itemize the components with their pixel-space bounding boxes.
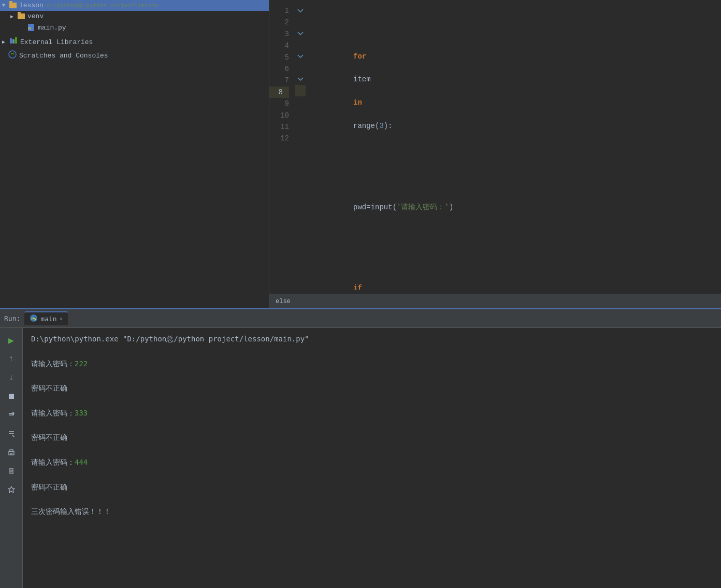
sidebar-item-mainpy[interactable]: py main.py [0, 22, 269, 33]
console-line-5: 请输入密码：444 [31, 456, 713, 469]
sidebar-item-extlibs[interactable]: ▶ External Libraries [0, 35, 269, 49]
run-toolbar: ▶ ↑ ↓ [0, 328, 23, 588]
svg-text:py: py [28, 26, 32, 30]
arrow-icon-venv: ▶ [10, 13, 17, 20]
kw-for: for [353, 52, 366, 61]
console-line-4: 密码不正确 [31, 432, 713, 444]
ln-2: 2 [269, 17, 289, 28]
gutter-7 [295, 74, 306, 85]
folder-icon-venv [18, 13, 25, 19]
arrow-icon-extlibs: ▶ [2, 39, 8, 45]
venv-label: venv [27, 12, 44, 20]
ln-7: 7 [269, 75, 289, 86]
run-header: Run: Py main × [0, 309, 721, 328]
ln-9: 9 [269, 98, 289, 109]
breadcrumb-bar: else [269, 294, 721, 308]
sidebar-item-venv[interactable]: ▶ venv [0, 11, 269, 22]
ln-12: 12 [269, 133, 289, 144]
ln-8: 8 [269, 87, 289, 98]
run-stop-button[interactable] [3, 388, 20, 405]
run-tab-main[interactable]: Py main × [24, 311, 68, 325]
scratches-label: Scratches and Consoles [19, 52, 108, 60]
console-output: D:\python\python.exe "D:/python总/python … [23, 328, 721, 588]
lesson-path: D:\python总\python project\lesson [47, 2, 158, 9]
run-play-button[interactable]: ▶ [3, 332, 20, 349]
sidebar-item-scratches[interactable]: Scratches and Consoles [0, 49, 269, 62]
console-line-3: 请输入密码：333 [31, 407, 713, 420]
fn-input: input [371, 203, 393, 211]
svg-rect-8 [9, 394, 14, 399]
main-area: ▼ lesson D:\python总\python project\lesso… [0, 0, 721, 308]
run-panel: Run: Py main × ▶ ↑ ↓ [0, 308, 721, 588]
folder-icon-lesson [9, 3, 17, 8]
gutter-8 [295, 85, 306, 96]
file-icon-main: py [27, 23, 35, 32]
gutter-11 [295, 119, 306, 131]
mainpy-label: main.py [38, 24, 66, 32]
run-rerun-button[interactable] [3, 407, 20, 423]
run-tab-close[interactable]: × [60, 315, 63, 322]
console-line-cmd: D:\python\python.exe "D:/python总/python … [31, 333, 713, 346]
run-label: Run: [4, 314, 20, 322]
gutter-5 [295, 51, 306, 62]
fold-icon-5 [297, 53, 304, 60]
ln-4: 4 [269, 40, 289, 51]
gutter-3 [295, 28, 306, 39]
run-print-button[interactable] [3, 444, 20, 461]
python-tab-icon: Py [30, 314, 38, 324]
svg-rect-14 [10, 450, 13, 452]
svg-rect-2 [10, 38, 12, 44]
ln-10: 10 [269, 110, 289, 121]
ln-5: 5 [269, 52, 289, 63]
gutter-4 [295, 39, 306, 51]
gutter [295, 4, 306, 290]
run-delete-button[interactable] [3, 463, 20, 479]
run-pin-button[interactable] [3, 481, 20, 498]
sidebar-item-lesson[interactable]: ▼ lesson D:\python总\python project\lesso… [0, 0, 269, 11]
code-lines[interactable]: for item in range(3): pwd=input('请输入密码：'… [306, 4, 721, 290]
svg-point-5 [9, 51, 16, 58]
svg-text:Py: Py [32, 317, 37, 321]
ln-6: 6 [269, 63, 289, 75]
var-pwd: pwd [353, 203, 366, 211]
fold-icon-3 [297, 30, 304, 37]
console-line-1: 请输入密码：222 [31, 358, 713, 370]
line-numbers: 1 2 3 4 5 6 7 8 9 10 11 12 [269, 4, 295, 290]
ln-11: 11 [269, 121, 289, 133]
console-line-7: 三次密码输入错误！！！ [31, 506, 713, 518]
fold-icon-1 [297, 7, 304, 15]
code-line-1: for item in range(3): [310, 39, 721, 144]
console-line-2: 密码不正确 [31, 382, 713, 395]
fn-range-1: range [353, 122, 375, 130]
ln-3: 3 [269, 28, 289, 40]
run-tab-label: main [40, 315, 56, 323]
fold-icon-7 [297, 76, 304, 83]
sidebar: ▼ lesson D:\python总\python project\lesso… [0, 0, 269, 308]
run-body: ▶ ↑ ↓ [0, 328, 721, 588]
svg-rect-4 [15, 37, 17, 44]
gutter-10 [295, 108, 306, 119]
console-line-6: 密码不正确 [31, 481, 713, 494]
var-item: item [353, 75, 371, 83]
run-down-button[interactable]: ↓ [3, 369, 20, 386]
run-scroll-button[interactable] [3, 425, 20, 442]
run-up-button[interactable]: ↑ [3, 351, 20, 367]
ln-1: 1 [269, 5, 289, 17]
code-container: 1 2 3 4 5 6 7 8 9 10 11 12 [269, 0, 721, 294]
gutter-12 [295, 131, 306, 142]
str-prompt: '请输入密码：' [397, 203, 449, 211]
gutter-2 [295, 17, 306, 28]
gutter-6 [295, 62, 306, 74]
gutter-9 [295, 96, 306, 108]
scratch-icon [8, 50, 17, 61]
kw-in: in [353, 98, 362, 107]
editor-area: 1 2 3 4 5 6 7 8 9 10 11 12 [269, 0, 721, 308]
code-line-2: pwd=input('请输入密码：') [310, 178, 721, 225]
num-3: 3 [379, 122, 383, 130]
arrow-icon: ▼ [2, 3, 8, 8]
svg-rect-3 [12, 39, 15, 44]
lesson-label: lesson [19, 2, 44, 9]
gutter-1 [295, 5, 306, 17]
breadcrumb-text: else [276, 298, 291, 305]
code-line-3: if pwd=='8888': [310, 260, 721, 290]
